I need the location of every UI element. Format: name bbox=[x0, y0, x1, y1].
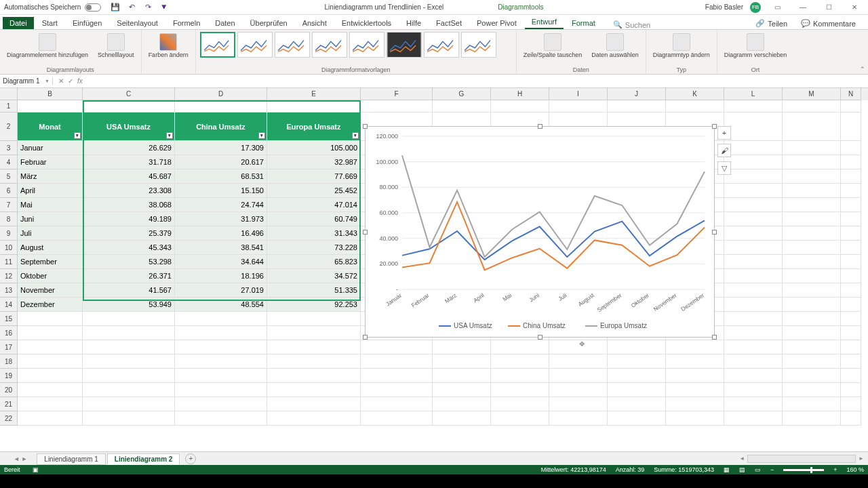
redo-icon[interactable]: ↷ bbox=[143, 3, 153, 12]
cell[interactable] bbox=[18, 326, 83, 340]
tab-formeln[interactable]: Formeln bbox=[166, 17, 207, 29]
cell[interactable] bbox=[783, 141, 841, 155]
cell[interactable] bbox=[83, 354, 175, 369]
resize-handle[interactable] bbox=[538, 124, 542, 129]
cell[interactable] bbox=[267, 383, 361, 397]
cell[interactable] bbox=[783, 255, 841, 269]
col-header[interactable]: E bbox=[267, 88, 361, 100]
cell[interactable]: Dezember bbox=[18, 298, 83, 312]
chart-style-thumb[interactable] bbox=[461, 32, 496, 58]
cell[interactable] bbox=[783, 397, 841, 411]
view-normal-icon[interactable]: ▦ bbox=[724, 466, 730, 473]
cell[interactable] bbox=[361, 369, 433, 383]
tab-format[interactable]: Format bbox=[565, 17, 602, 29]
minimize-icon[interactable]: — bbox=[793, 1, 812, 14]
cell[interactable] bbox=[841, 283, 861, 298]
cell[interactable]: 25.379 bbox=[83, 226, 175, 241]
zoom-in-icon[interactable]: + bbox=[833, 466, 837, 473]
chart-style-thumb[interactable] bbox=[312, 32, 347, 58]
cell[interactable]: 41.567 bbox=[83, 283, 175, 298]
filter-icon[interactable]: ▾ bbox=[258, 132, 265, 139]
cell[interactable]: Juli bbox=[18, 226, 83, 241]
cell[interactable] bbox=[18, 100, 83, 113]
cell[interactable] bbox=[841, 184, 861, 198]
switch-row-col-button[interactable]: Zeile/Spalte tauschen bbox=[521, 32, 585, 60]
cell[interactable] bbox=[724, 155, 783, 169]
cell[interactable] bbox=[175, 383, 267, 397]
cell[interactable] bbox=[724, 226, 783, 241]
cell[interactable] bbox=[83, 100, 175, 113]
cell[interactable] bbox=[841, 198, 861, 212]
cell[interactable] bbox=[433, 397, 491, 411]
cell[interactable] bbox=[666, 383, 724, 397]
col-header[interactable]: M bbox=[783, 88, 841, 100]
tab-ansicht[interactable]: Ansicht bbox=[296, 17, 334, 29]
cell[interactable] bbox=[267, 369, 361, 383]
cell[interactable]: 92.253 bbox=[267, 298, 361, 312]
resize-handle[interactable] bbox=[363, 335, 368, 340]
cell[interactable] bbox=[841, 155, 861, 169]
cell[interactable] bbox=[267, 354, 361, 369]
cell[interactable] bbox=[841, 169, 861, 184]
cell[interactable] bbox=[841, 113, 861, 141]
cell[interactable]: 26.629 bbox=[83, 141, 175, 155]
cell[interactable] bbox=[175, 100, 267, 113]
col-header[interactable]: L bbox=[724, 88, 783, 100]
chart-style-gallery[interactable] bbox=[200, 32, 512, 58]
cell[interactable]: USA Umsatz▾ bbox=[83, 113, 175, 141]
cell[interactable] bbox=[549, 397, 608, 411]
row-header[interactable]: 2 bbox=[0, 113, 18, 141]
cell[interactable] bbox=[608, 411, 666, 426]
fx-icon[interactable]: fx bbox=[77, 77, 83, 85]
cell[interactable] bbox=[608, 397, 666, 411]
resize-handle[interactable] bbox=[712, 230, 717, 235]
cell[interactable]: 17.309 bbox=[175, 141, 267, 155]
cell[interactable]: 68.531 bbox=[175, 169, 267, 184]
cell[interactable] bbox=[724, 113, 783, 141]
cell[interactable] bbox=[361, 340, 433, 354]
cell[interactable] bbox=[783, 155, 841, 169]
row-header[interactable]: 16 bbox=[0, 326, 18, 340]
cell[interactable] bbox=[666, 340, 724, 354]
cell[interactable] bbox=[83, 383, 175, 397]
sheet-nav[interactable]: ◄ ► bbox=[14, 455, 27, 462]
cell[interactable] bbox=[267, 411, 361, 426]
cell[interactable] bbox=[841, 241, 861, 255]
cell[interactable] bbox=[175, 340, 267, 354]
resize-handle[interactable] bbox=[363, 124, 368, 129]
cell[interactable] bbox=[783, 212, 841, 226]
cell[interactable]: Monat▾ bbox=[18, 113, 83, 141]
cell[interactable] bbox=[783, 369, 841, 383]
row-header[interactable]: 7 bbox=[0, 198, 18, 212]
cell[interactable]: 34.644 bbox=[175, 255, 267, 269]
cell[interactable] bbox=[18, 383, 83, 397]
cell[interactable] bbox=[433, 369, 491, 383]
cell[interactable] bbox=[724, 411, 783, 426]
macro-record-icon[interactable]: ▣ bbox=[33, 466, 39, 473]
maximize-icon[interactable]: ☐ bbox=[819, 1, 838, 14]
cell[interactable] bbox=[491, 354, 549, 369]
cell[interactable] bbox=[783, 312, 841, 326]
autosave-toggle[interactable]: Automatisches Speichern bbox=[4, 3, 101, 12]
col-header[interactable]: B bbox=[18, 88, 83, 100]
cell[interactable] bbox=[83, 312, 175, 326]
cell[interactable] bbox=[724, 326, 783, 340]
cell[interactable]: März bbox=[18, 169, 83, 184]
cell[interactable] bbox=[491, 383, 549, 397]
quick-layout-button[interactable]: Schnelllayout bbox=[95, 32, 137, 60]
cell[interactable] bbox=[841, 255, 861, 269]
cell[interactable]: August bbox=[18, 241, 83, 255]
cell[interactable]: 16.496 bbox=[175, 226, 267, 241]
cell[interactable] bbox=[841, 411, 861, 426]
cell[interactable]: April bbox=[18, 184, 83, 198]
cell[interactable] bbox=[361, 100, 433, 113]
tab-power pivot[interactable]: Power Pivot bbox=[470, 17, 524, 29]
cell[interactable]: 34.572 bbox=[267, 269, 361, 283]
cell[interactable] bbox=[666, 100, 724, 113]
cell[interactable] bbox=[491, 369, 549, 383]
confirm-fx-icon[interactable]: ✓ bbox=[68, 77, 73, 85]
cell[interactable]: 53.298 bbox=[83, 255, 175, 269]
row-header[interactable]: 20 bbox=[0, 383, 18, 397]
tab-daten[interactable]: Daten bbox=[208, 17, 241, 29]
cell[interactable] bbox=[783, 226, 841, 241]
